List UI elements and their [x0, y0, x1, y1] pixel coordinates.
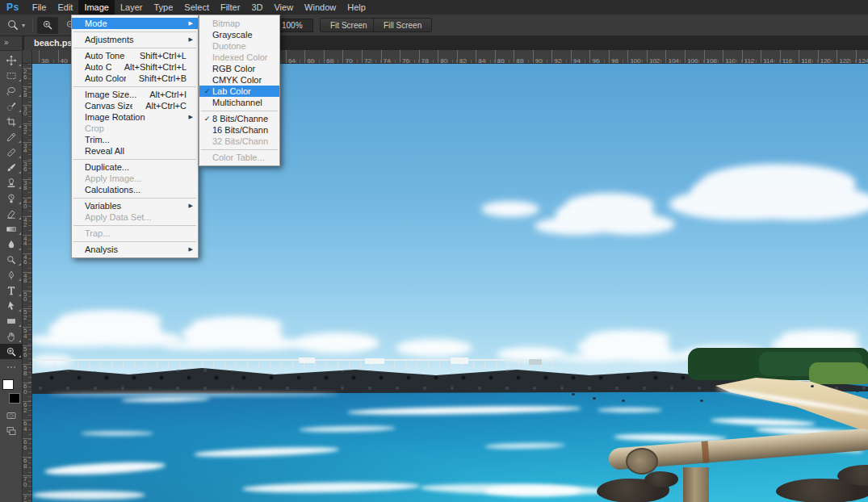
menu-item-calculations[interactable]: Calculations...	[72, 184, 198, 195]
zoom-tool-preset-icon[interactable]	[6, 19, 20, 32]
zoom-in-button[interactable]	[37, 17, 58, 34]
photo-jetty-railing	[32, 358, 556, 370]
photo-foam-streak	[484, 485, 581, 496]
foreground-color-swatch[interactable]	[2, 379, 14, 390]
move-tool[interactable]	[0, 52, 23, 68]
photo-foam-streak	[32, 491, 145, 500]
menubar-item-3d[interactable]: 3D	[245, 0, 268, 15]
hand-tool[interactable]	[0, 328, 23, 344]
more-tools[interactable]	[0, 359, 23, 374]
menubar-item-window[interactable]: Window	[299, 0, 342, 15]
clone-stamp-tool[interactable]	[0, 175, 23, 190]
photo-cloud	[396, 339, 472, 357]
menu-separator	[73, 225, 196, 226]
menubar-item-edit[interactable]: Edit	[52, 0, 78, 15]
screen-mode-button[interactable]	[0, 423, 23, 438]
menubar-item-layer[interactable]: Layer	[115, 0, 149, 15]
photo-cloud	[481, 201, 539, 217]
brush-tool[interactable]	[0, 160, 23, 175]
hruler-label: 114	[761, 50, 774, 63]
chevron-down-icon[interactable]: ▾	[22, 22, 25, 29]
menu-items: FileEditImageLayerTypeSelectFilter3DView…	[27, 0, 371, 15]
menu-item-cmyk-color[interactable]: CMYK Color	[199, 74, 279, 86]
collapse-panel-button[interactable]: »	[0, 36, 22, 51]
menu-item-image-size[interactable]: Image Size...Alt+Ctrl+I	[72, 89, 198, 100]
hruler-label: 120	[818, 50, 831, 63]
quick-selection-tool[interactable]	[0, 98, 23, 114]
crop-tool[interactable]	[0, 114, 23, 129]
eraser-tool[interactable]	[0, 206, 23, 221]
blur-tool[interactable]	[0, 236, 23, 252]
tools-panel: »	[0, 36, 23, 502]
photo-rock	[644, 471, 678, 487]
menu-separator	[73, 48, 196, 48]
rectangular-marquee-tool[interactable]	[0, 68, 23, 83]
dodge-tool[interactable]	[0, 252, 23, 267]
vruler-label: 4 6	[23, 253, 31, 266]
vertical-ruler[interactable]: 2 62 83 03 23 43 63 84 04 24 44 64 85 05…	[23, 64, 32, 502]
shape-tool[interactable]	[0, 313, 23, 328]
quick-mask-button[interactable]	[0, 408, 23, 423]
ruler-origin-corner[interactable]	[23, 50, 32, 64]
menu-item-reveal-all[interactable]: Reveal All	[72, 145, 198, 157]
checkmark-icon: ✓	[202, 87, 212, 95]
menu-item-trim[interactable]: Trim...	[72, 134, 198, 145]
menu-item-grayscale[interactable]: Grayscale	[199, 29, 279, 40]
menu-shortcut: Alt+Ctrl+I	[149, 90, 187, 99]
zoom-level-input[interactable]	[278, 19, 313, 32]
hruler-label: 66	[304, 50, 314, 63]
photo-person	[593, 397, 596, 400]
menu-item-multichannel[interactable]: Multichannel	[199, 97, 279, 108]
hruler-label: 74	[381, 50, 391, 63]
path-selection-tool[interactable]	[0, 298, 23, 313]
hruler-label: 102	[647, 50, 660, 63]
fill-screen-button[interactable]: Fill Screen	[373, 18, 432, 32]
menu-separator	[73, 159, 196, 160]
vruler-label: 4 8	[23, 272, 31, 284]
menu-item-8-bits-channel[interactable]: ✓8 Bits/Channel	[199, 113, 279, 124]
hruler-label: 70	[342, 50, 352, 63]
menu-item-color-table: Color Table...	[199, 152, 279, 163]
history-brush-tool[interactable]	[0, 190, 23, 206]
photo-foam-streak	[598, 408, 662, 412]
gradient-tool[interactable]	[0, 221, 23, 236]
zoom-tool[interactable]	[0, 344, 23, 359]
menu-item-rgb-color[interactable]: RGB Color	[199, 63, 279, 74]
menu-item-analysis[interactable]: Analysis▶	[72, 244, 198, 255]
color-swatches[interactable]	[2, 379, 20, 404]
menu-item-mode[interactable]: Mode▶	[72, 18, 198, 29]
background-color-swatch[interactable]	[9, 393, 20, 404]
menubar-item-help[interactable]: Help	[342, 0, 371, 15]
menu-item-auto-contrast[interactable]: Auto ContrastAlt+Shift+Ctrl+L	[72, 61, 198, 73]
photo-rust-ring	[702, 441, 710, 463]
menu-item-adjustments[interactable]: Adjustments▶	[72, 34, 198, 45]
hruler-label: 106	[685, 50, 698, 63]
eyedropper-tool[interactable]	[0, 129, 23, 144]
photoshop-logo: Ps	[6, 2, 19, 13]
menubar-item-filter[interactable]: Filter	[215, 0, 245, 15]
menu-item-image-rotation[interactable]: Image Rotation▶	[72, 111, 198, 123]
pen-tool[interactable]	[0, 267, 23, 282]
menu-item-duplicate[interactable]: Duplicate...	[72, 161, 198, 173]
menu-item-variables[interactable]: Variables▶	[72, 200, 198, 211]
menubar-item-view[interactable]: View	[268, 0, 299, 15]
menu-item-lab-color[interactable]: ✓Lab Color	[199, 86, 279, 97]
spot-healing-brush-tool[interactable]	[0, 144, 23, 160]
menu-item-16-bits-channel[interactable]: 16 Bits/Channel	[199, 124, 279, 136]
vruler-label: 6 2	[23, 401, 31, 413]
fit-screen-button[interactable]: Fit Screen	[320, 18, 378, 32]
vruler-label: 5 2	[23, 308, 31, 320]
lasso-tool[interactable]	[0, 83, 23, 98]
photo-person	[811, 385, 814, 387]
menu-item-auto-color[interactable]: Auto ColorShift+Ctrl+B	[72, 73, 198, 84]
menubar-item-file[interactable]: File	[27, 0, 52, 15]
menubar-item-type[interactable]: Type	[149, 0, 179, 15]
menu-item-canvas-size[interactable]: Canvas Size...Alt+Ctrl+C	[72, 100, 198, 111]
hruler-label: 76	[400, 50, 409, 63]
vruler-label: 4 2	[23, 216, 31, 228]
type-tool[interactable]	[0, 282, 23, 298]
vruler-label: 5 0	[23, 291, 31, 303]
menubar-item-image[interactable]: Image	[78, 0, 115, 15]
menu-item-auto-tone[interactable]: Auto ToneShift+Ctrl+L	[72, 50, 198, 61]
menubar-item-select[interactable]: Select	[178, 0, 215, 15]
